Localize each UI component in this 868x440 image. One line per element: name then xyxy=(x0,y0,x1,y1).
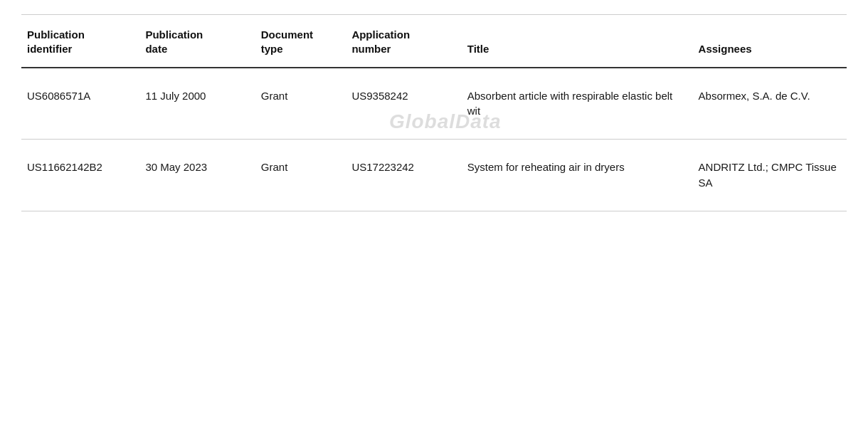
col-header-pub-identifier: Publicationidentifier xyxy=(21,15,137,68)
cell-app_number: US17223242 xyxy=(343,140,458,211)
patents-table-wrapper: GlobalData Publicationidentifier Publica… xyxy=(21,14,847,211)
cell-doc_type: Grant xyxy=(253,140,344,211)
cell-pub_date: 11 July 2000 xyxy=(137,68,252,140)
cell-title: Absorbent article with respirable elasti… xyxy=(459,68,690,140)
table-header-row: Publicationidentifier Publicationdate Do… xyxy=(21,15,847,68)
table-row: US6086571A11 July 2000GrantUS9358242Abso… xyxy=(21,68,847,140)
cell-assignees: Absormex, S.A. de C.V. xyxy=(690,68,847,140)
col-header-doc-type: Documenttype xyxy=(253,15,344,68)
cell-pub_identifier: US11662142B2 xyxy=(21,140,137,211)
col-header-pub-date: Publicationdate xyxy=(137,15,252,68)
patents-table: Publicationidentifier Publicationdate Do… xyxy=(21,14,847,211)
cell-title: System for reheating air in dryers xyxy=(459,140,690,211)
cell-doc_type: Grant xyxy=(253,68,344,140)
cell-assignees: ANDRITZ Ltd.; CMPC Tissue SA xyxy=(690,140,847,211)
col-header-assignees: Assignees xyxy=(690,15,847,68)
cell-pub_date: 30 May 2023 xyxy=(137,140,252,211)
table-row: US11662142B230 May 2023GrantUS17223242Sy… xyxy=(21,140,847,211)
col-header-title: Title xyxy=(459,15,690,68)
cell-pub_identifier: US6086571A xyxy=(21,68,137,140)
cell-app_number: US9358242 xyxy=(343,68,458,140)
col-header-app-number: Applicationnumber xyxy=(343,15,458,68)
